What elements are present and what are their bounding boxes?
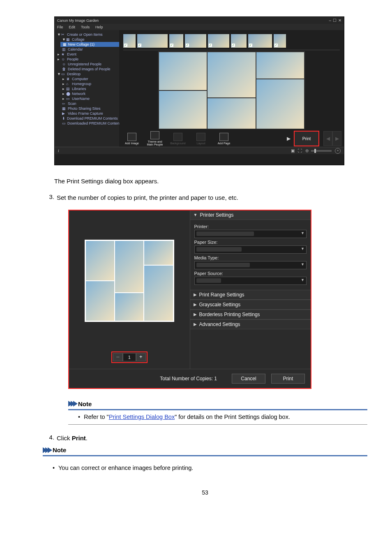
sidebar-item-desktop[interactable]: ▼▭Desktop [55, 72, 119, 76]
preview-tile [144, 266, 173, 321]
info-icon[interactable]: i [58, 148, 59, 153]
print-range-section[interactable]: Print Range Settings [190, 290, 311, 300]
expand-icon[interactable]: ⛶ [298, 148, 302, 153]
sidebar-item-photo-sharing[interactable]: ▦Photo Sharing Sites [55, 106, 119, 111]
window-close-icon[interactable]: ✕ [338, 18, 341, 23]
sharing-icon: ▦ [62, 106, 66, 111]
advanced-section[interactable]: Advanced Settings [190, 319, 311, 329]
thumbnail[interactable]: ✓ [231, 34, 247, 48]
play-icon[interactable]: ▶ [287, 136, 291, 141]
camera-icon[interactable]: ▣ [291, 148, 295, 153]
grayscale-section[interactable]: Grayscale Settings [190, 300, 311, 310]
sidebar-item-scan[interactable]: ⇦Scan [55, 101, 119, 106]
theme-main-people-button[interactable]: Theme and Main People [145, 131, 165, 146]
preview-tile [159, 91, 207, 129]
copies-value[interactable]: 1 [123, 353, 136, 361]
sidebar-item-create[interactable]: ▼✂Create or Open Items [55, 32, 119, 37]
paper-size-select[interactable] [194, 245, 307, 254]
printer-select[interactable] [194, 230, 307, 238]
copies-increment-button[interactable]: + [136, 353, 146, 361]
background-button[interactable]: Background [168, 131, 188, 146]
add-page-button[interactable]: Add Page [214, 131, 234, 146]
chevron-down-icon [194, 213, 198, 217]
sidebar-item-network[interactable]: ▸⬤Network [55, 91, 119, 96]
person-icon: ☺ [62, 62, 66, 66]
sidebar-item-username[interactable]: ▸▭UserName [55, 96, 119, 101]
thumbnail-strip: ✓ ✓ ✓ ✓ ✓ ✓ ✓ ✓ [123, 33, 340, 48]
sidebar-item-computer[interactable]: ▸🖥Computer [55, 76, 119, 81]
menu-file[interactable]: File [57, 25, 63, 29]
sidebar-item-people[interactable]: ▸☺People [55, 57, 119, 62]
download-icon: ⬇ [62, 116, 65, 120]
note-title: Note [53, 446, 66, 453]
next-arrow-button[interactable]: ▶ [332, 131, 341, 146]
collage-icon: ▦ [66, 37, 70, 42]
media-type-label: Media Type: [194, 255, 307, 260]
preview-tile [115, 241, 143, 292]
note-bullet: You can correct or enhance images before… [53, 465, 367, 471]
printer-settings-section[interactable]: Printer Settings [190, 210, 311, 220]
prev-arrow-button[interactable]: ◀ [323, 131, 332, 146]
media-type-select[interactable] [194, 261, 307, 269]
section-label: Advanced Settings [199, 321, 240, 327]
sidebar-item-video-frame[interactable]: ▶Video Frame Capture [55, 111, 119, 116]
network-icon: ⬤ [66, 92, 70, 96]
zoom-out-icon[interactable]: ⊖ [305, 148, 309, 153]
thumbnail[interactable]: ✓ [123, 34, 136, 48]
paper-source-select[interactable] [194, 277, 307, 285]
people-icon: ☺ [61, 57, 65, 61]
print-settings-dialog-link[interactable]: Print Settings Dialog Box [109, 414, 175, 420]
preview-tile [159, 52, 207, 90]
menu-bar: File Edit Tools Help [55, 24, 344, 30]
sidebar-item-calendar[interactable]: ▥Calendar [55, 47, 119, 52]
thumbnail[interactable]: ✓ [185, 34, 206, 48]
preview-tile [86, 281, 114, 321]
window-titlebar: Canon My Image Garden – ☐ ✕ [55, 17, 344, 24]
zoom-in-icon[interactable]: + [335, 148, 341, 154]
chevron-right-icon [194, 302, 197, 307]
sidebar-item-downloaded-premium[interactable]: ▭Downloaded PREMIUM Contents [55, 121, 119, 126]
add-image-button[interactable]: Add Image [122, 131, 142, 146]
menu-edit[interactable]: Edit [69, 25, 76, 29]
thumbnail[interactable]: ✓ [248, 34, 272, 48]
chevron-right-icon [194, 292, 197, 297]
sidebar-item-new-collage[interactable]: ▦ New Collage (1) [60, 42, 119, 47]
sidebar-item-download-premium[interactable]: ⬇Download PREMIUM Contents [55, 116, 119, 121]
section-label: Print Range Settings [199, 292, 244, 298]
sidebar-item-libraries[interactable]: ▸▤Libraries [55, 86, 119, 91]
menu-help[interactable]: Help [95, 25, 103, 29]
window-minimize-icon[interactable]: – [329, 18, 331, 23]
layout-icon [196, 133, 205, 141]
sidebar-item-unregistered[interactable]: ☺Unregistered People [55, 62, 119, 67]
cancel-button[interactable]: Cancel [232, 374, 265, 384]
print-button[interactable]: Print [294, 131, 319, 146]
check-icon: ✓ [186, 44, 189, 47]
layout-button[interactable]: Layout [191, 131, 211, 146]
check-icon: ✓ [249, 44, 252, 47]
copies-decrement-button[interactable]: – [113, 353, 123, 361]
thumbnail[interactable]: ✓ [137, 34, 168, 48]
bottom-toolbar: Add Image Theme and Main People Backgrou… [119, 130, 344, 147]
note-bullet: Refer to "Print Settings Dialog Box" for… [78, 414, 367, 420]
sidebar-item-homegroup[interactable]: ▸⌂Homegroup [55, 81, 119, 86]
video-icon: ▶ [62, 111, 66, 116]
step-number: 3. [43, 193, 57, 425]
borderless-section[interactable]: Borderless Printing Settings [190, 310, 311, 319]
sidebar-item-event[interactable]: ▸★Event [55, 52, 119, 57]
sidebar-item-collage[interactable]: ▼▦Collage [55, 37, 119, 42]
sidebar-item-deleted-people[interactable]: 🗑Deleted Images of People [55, 67, 119, 72]
step-text: Set the number of copies to print, the p… [57, 193, 367, 202]
preview-tile [144, 241, 173, 265]
thumbnail[interactable]: ✓ [274, 34, 286, 48]
zoom-slider[interactable] [311, 150, 332, 152]
dialog-print-button[interactable]: Print [271, 374, 305, 384]
print-settings-dialog-screenshot: – 1 + Printer Settings [68, 210, 311, 389]
thumbnail[interactable]: ✓ [208, 34, 229, 48]
thumbnail[interactable]: ✓ [169, 34, 183, 48]
calendar-icon: ▥ [62, 47, 66, 51]
copies-stepper: – 1 + [111, 352, 148, 363]
scissors-icon: ✂ [61, 32, 65, 37]
collage-preview [158, 51, 305, 130]
window-maximize-icon[interactable]: ☐ [333, 18, 337, 23]
menu-tools[interactable]: Tools [81, 25, 90, 29]
